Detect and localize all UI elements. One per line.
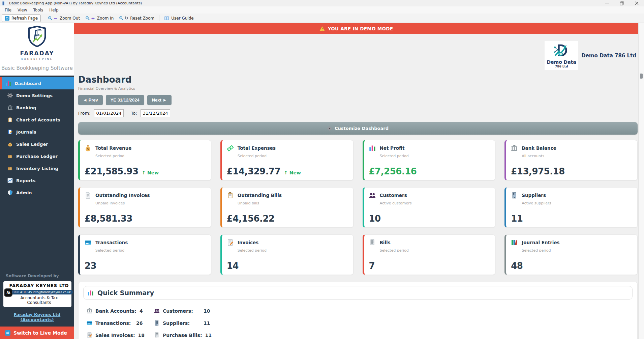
developer-subtitle: Accountants & Tax Consultants [8,295,70,305]
refresh-page-button[interactable]: Refresh Page [2,15,41,22]
prev-period-button[interactable]: ◄ Prev [78,95,103,105]
current-period-button[interactable]: YE 31/12/2024 [106,95,144,105]
reset-zoom-button[interactable]: ↻ Reset Zoom [116,15,157,22]
sidebar-item-admin[interactable]: Admin [0,187,74,199]
card-title: Total Revenue [95,145,131,151]
card-title: Bank Balance [522,145,556,151]
quick-summary-header: Quick Summary [83,286,633,300]
toolbar: Refresh Page − Zoom Out + Zoom In ↻ Rese… [0,13,644,23]
card-total-expenses[interactable]: Total Expenses Selected period £14,329.7… [220,140,354,180]
sidebar-item-purchase-ledger[interactable]: Purchase Ledger [0,150,74,162]
page-title: Dashboard [78,75,638,85]
package-icon [7,153,13,159]
developer-card: fk FARADAY KEYNES LTD 01908 410 845 info… [3,281,71,307]
stat-value: 10 [204,308,210,314]
banknote-icon [227,145,234,151]
menu-file[interactable]: File [2,8,14,12]
stat-value: 4 [140,308,143,314]
refresh-icon [5,16,9,21]
stat-value: 26 [136,320,143,326]
receipt-icon [154,332,160,338]
card-title: Invoices [238,240,259,245]
menu-tools[interactable]: Tools [30,8,47,12]
reports-icon [7,178,13,183]
sidebar-item-label: Inventory Listing [16,166,58,171]
switch-label: Switch to Live Mode [13,330,67,336]
developer-link[interactable]: Faraday Keynes Ltd (Accountants) [0,312,74,322]
brand-block: FARADAY BOOKKEEPING Basic Bookkeeping So… [0,23,74,76]
sidebar-item-journals[interactable]: Journals [0,126,74,138]
stat-purchase-bills: Purchase Bills: 11 [154,332,248,338]
reset-glyph: ↻ [124,16,128,21]
maximize-button[interactable] [614,0,629,6]
card-outstanding-bills[interactable]: Outstanding Bills Unpaid bills £4,156.22 [220,187,354,228]
stat-label: Customers: [163,308,201,314]
toolbar-separator [43,15,43,21]
sidebar-item-sales-ledger[interactable]: Sales Ledger [0,138,74,150]
card-title: Bills [380,240,391,245]
sidebar-item-inventory-listing[interactable]: Inventory Listing [0,162,74,174]
zoom-in-label: Zoom In [97,16,114,21]
card-net-profit[interactable]: Net Profit Selected period £7,256.16 [363,140,496,180]
card-value: £8,581.33 [85,214,132,224]
quick-summary-panel: Quick Summary Bank Accounts: 4 Customers… [78,282,638,339]
sidebar-item-demo-settings[interactable]: Demo Settings [0,89,74,102]
close-button[interactable] [629,0,644,6]
menu-help[interactable]: Help [46,8,61,12]
user-guide-label: User Guide [171,16,193,21]
minimize-button[interactable] [600,0,614,6]
company-name: Demo Data 786 Ltd [581,53,636,59]
stat-sales-invoices: Sales Invoices: 18 [87,332,154,338]
zoom-in-button[interactable]: + Zoom In [83,15,116,22]
card-suppliers[interactable]: Suppliers Active suppliers 11 [504,187,638,228]
card-invoices[interactable]: Invoices Selected period 14 [220,234,354,275]
card-value: 14 [227,261,239,271]
money-bag-icon [7,141,13,147]
user-guide-button[interactable]: User Guide [161,15,196,22]
to-date-input[interactable] [141,109,170,117]
card-subtitle: All accounts [522,154,633,158]
sidebar-footer: Software Developed by fk FARADAY KEYNES … [0,274,74,339]
demo-logo-subtitle: 786 Ltd [555,65,568,68]
card-subtitle: Selected period [238,154,348,158]
quick-summary-grid: Bank Accounts: 4 Customers: 10 Transacti… [87,308,633,338]
switch-to-live-mode-button[interactable]: Switch to Live Mode [0,327,74,339]
card-bills[interactable]: Bills Selected period 7 [363,234,496,275]
customers-icon [154,308,160,314]
card-subtitle: Selected period [238,248,348,253]
sidebar-item-chart-of-accounts[interactable]: Chart of Accounts [0,114,74,126]
sidebar-item-label: Chart of Accounts [16,117,60,122]
zoom-out-label: Zoom Out [60,16,80,21]
card-bank-balance[interactable]: Bank Balance All accounts £13,975.18 [504,140,638,180]
money-bag-icon [85,145,91,151]
from-date-input[interactable] [94,109,124,117]
demo-mode-banner: YOU ARE IN DEMO MODE [74,23,638,34]
sidebar-item-dashboard[interactable]: Dashboard [0,77,74,89]
sidebar-nav: Dashboard Demo Settings Banking Chart of… [0,77,74,199]
card-transactions[interactable]: Transactions Selected period 23 [78,234,211,275]
stat-value: 18 [138,333,144,338]
faraday-logo [26,25,48,48]
main-content: YOU ARE IN DEMO MODE 786 Demo Data 786 L… [74,23,638,339]
credit-card-icon [85,239,91,246]
stat-value: 11 [205,333,212,338]
card-journal-entries[interactable]: Journal Entries Selected period 48 [504,234,638,275]
sidebar-item-label: Reports [16,178,35,183]
zoom-out-button[interactable]: − Zoom Out [45,15,83,22]
receipt-icon [369,239,376,246]
quick-summary-title: Quick Summary [97,289,154,296]
scrollbar-thumb[interactable] [640,74,643,79]
card-total-revenue[interactable]: Total Revenue Selected period £21,585.93… [78,140,211,180]
next-period-button[interactable]: Next ► [147,95,172,105]
sidebar-item-reports[interactable]: Reports [0,174,74,187]
card-customers[interactable]: Customers Active customers 10 [363,187,496,228]
stat-label: Sales Invoices: [95,333,135,338]
card-value: £21,585.93 [85,166,138,176]
vertical-scrollbar[interactable] [638,23,644,339]
gear-icon [327,126,332,131]
card-outstanding-invoices[interactable]: Outstanding Invoices Unpaid invoices £8,… [78,187,211,228]
toolbar-separator [159,15,159,21]
sidebar-item-banking[interactable]: Banking [0,102,74,114]
menu-view[interactable]: View [14,8,30,12]
customize-dashboard-button[interactable]: Customize Dashboard [78,122,638,135]
